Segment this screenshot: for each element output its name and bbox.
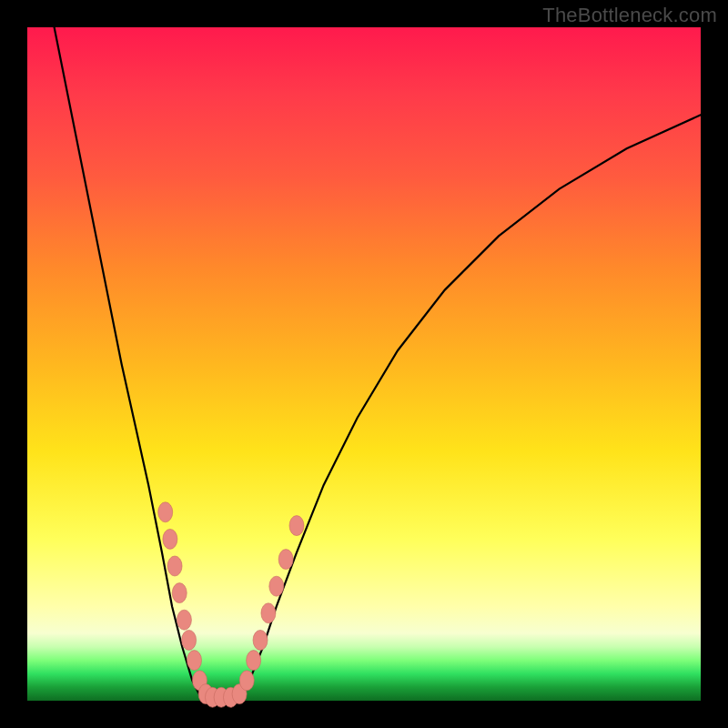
- curve-layer: [27, 27, 701, 701]
- bead: [269, 576, 284, 596]
- plot-area: [27, 27, 701, 701]
- bead: [187, 651, 202, 671]
- bead: [253, 630, 268, 650]
- bead: [289, 516, 304, 536]
- bead: [172, 583, 187, 603]
- bead: [167, 556, 182, 576]
- bead: [158, 502, 173, 522]
- bead: [239, 671, 254, 691]
- bead: [261, 603, 276, 623]
- bead: [278, 550, 293, 570]
- watermark-text: TheBottleneck.com: [542, 4, 717, 27]
- bead: [182, 630, 197, 650]
- beads-group: [158, 502, 304, 708]
- bead: [163, 529, 177, 549]
- bead: [177, 610, 191, 630]
- bead: [247, 651, 261, 671]
- chart-frame: TheBottleneck.com: [0, 0, 728, 728]
- bottleneck-curve: [55, 27, 701, 701]
